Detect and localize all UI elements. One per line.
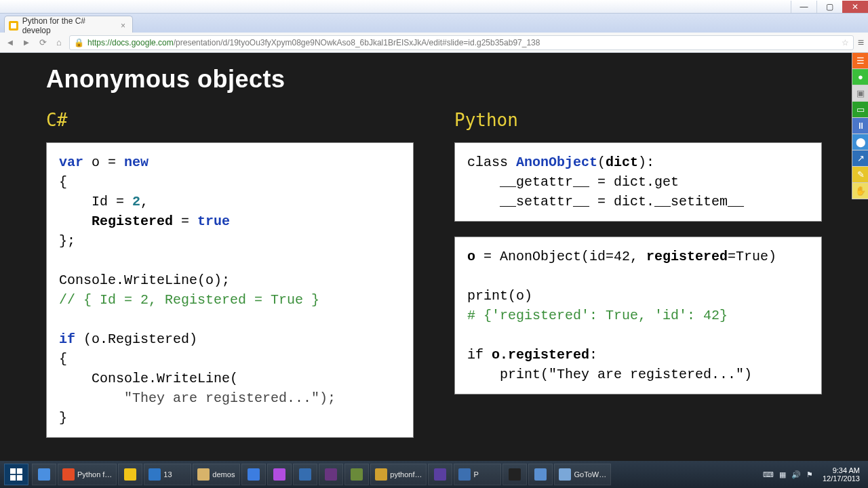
browser-toolbar: ◄ ► ⟳ ⌂ 🔒 https://docs.google.com/presen… <box>0 33 868 53</box>
taskbar-app-icon <box>299 468 311 481</box>
code-token: , <box>140 194 149 209</box>
code-token: AnonObject <box>516 155 597 170</box>
bookmark-star-icon[interactable]: ☆ <box>842 38 849 47</box>
csharp-heading: C# <box>46 110 414 130</box>
windows-logo-icon <box>10 468 22 481</box>
start-button[interactable] <box>4 464 28 485</box>
code-line: "They are registered..."); <box>59 390 336 406</box>
taskbar-app-icon <box>197 468 210 481</box>
taskbar-app-button[interactable] <box>528 464 553 485</box>
code-token: (o.Registered) <box>75 331 197 347</box>
chrome-menu-icon[interactable]: ≡ <box>858 37 864 49</box>
code-line: Console.WriteLine( <box>59 371 238 386</box>
code-token: if <box>59 331 75 347</box>
page-viewport: Anonymous objects C# var o = new { Id = … <box>0 53 868 461</box>
taskbar-app-button[interactable] <box>428 464 452 485</box>
taskbar-app-icon <box>351 468 363 481</box>
code-token: registered <box>646 249 728 264</box>
windows-taskbar: Python f…13demospythonf…PGoToW… ⌨ ▦ 🔊 ⚑ … <box>0 461 868 488</box>
taskbar-app-button[interactable]: pythonf… <box>370 464 427 485</box>
taskbar-app-button[interactable] <box>293 464 317 485</box>
lock-icon: 🔒 <box>74 38 84 47</box>
python-heading: Python <box>454 110 822 130</box>
toolbar-pause-icon[interactable]: ⏸ <box>852 118 868 134</box>
code-token: = <box>173 214 197 229</box>
toolbar-webcam-icon[interactable]: ⬤ <box>852 134 868 150</box>
taskbar-app-icon <box>434 468 446 481</box>
code-token: ): <box>638 155 654 170</box>
code-token: =True) <box>728 249 776 264</box>
taskbar-app-button[interactable]: Python f… <box>58 464 117 485</box>
nav-reload-icon[interactable]: ⟳ <box>37 37 49 47</box>
taskbar-app-button[interactable]: demos <box>193 464 240 485</box>
window-close-button[interactable]: ✕ <box>842 1 868 13</box>
code-line: { <box>59 351 67 367</box>
taskbar-app-button[interactable]: P <box>454 464 501 485</box>
taskbar-app-icon <box>375 468 387 481</box>
browser-tab[interactable]: Python for the C# develop × <box>4 16 133 33</box>
window-minimize-button[interactable]: — <box>791 1 816 13</box>
toolbar-mic-icon[interactable]: ● <box>852 69 868 85</box>
toolbar-pointer-icon[interactable]: ↗ <box>852 150 868 167</box>
taskbar-app-button[interactable] <box>502 464 527 485</box>
nav-forward-icon[interactable]: ► <box>20 37 33 47</box>
code-token: new <box>124 155 149 170</box>
svg-rect-0 <box>10 468 16 474</box>
taskbar-app-label: P <box>473 470 478 479</box>
tab-title: Python for the C# develop <box>22 16 114 35</box>
toolbar-collapse-icon[interactable]: ☰ <box>852 53 868 69</box>
code-token: if <box>467 347 492 363</box>
tray-volume-icon[interactable]: 🔊 <box>791 470 801 479</box>
code-token: Registered <box>59 214 173 229</box>
taskbar-app-icon <box>534 468 547 481</box>
tab-close-icon[interactable]: × <box>121 21 125 30</box>
taskbar-app-icon <box>38 468 50 481</box>
taskbar-app-button[interactable] <box>344 464 369 485</box>
taskbar-app-icon <box>458 468 471 481</box>
nav-back-icon[interactable]: ◄ <box>4 37 16 47</box>
taskbar-app-icon <box>248 468 260 481</box>
tray-network-icon[interactable]: ▦ <box>779 470 786 479</box>
browser-tabstrip: Python for the C# develop × <box>0 14 868 33</box>
taskbar-app-button[interactable] <box>267 464 292 485</box>
svg-rect-1 <box>17 468 22 474</box>
nav-home-icon[interactable]: ⌂ <box>53 37 65 47</box>
code-line: print("They are registered...") <box>467 367 752 382</box>
code-token: o = <box>83 155 124 170</box>
code-token: var <box>59 155 83 170</box>
taskbar-app-button[interactable]: 13 <box>144 464 191 485</box>
svg-rect-3 <box>17 475 22 481</box>
taskbar-clock[interactable]: 9:34 AM 12/17/2013 <box>818 466 864 483</box>
taskbar-app-button[interactable] <box>319 464 343 485</box>
toolbar-hand-icon[interactable]: ✋ <box>852 183 868 199</box>
url-path: /presentation/d/19tyoOu3fyXpym08ge9NOwkA… <box>174 38 540 47</box>
tray-keyboard-icon[interactable]: ⌨ <box>763 470 774 479</box>
code-line: Console.WriteLine(o); <box>59 272 230 288</box>
slides-favicon-icon <box>9 21 18 30</box>
taskbar-app-button[interactable] <box>241 464 266 485</box>
code-line: __setattr__ = dict.__setitem__ <box>467 194 744 209</box>
tray-flag-icon[interactable]: ⚑ <box>806 470 813 479</box>
python-codebox-2: o = AnonObject(id=42, registered=True) p… <box>454 237 822 394</box>
window-titlebar: — ▢ ✕ <box>0 0 868 14</box>
toolbar-draw-icon[interactable]: ✎ <box>852 167 868 183</box>
code-token: 2 <box>132 194 140 209</box>
toolbar-share-icon[interactable]: ▭ <box>852 102 868 118</box>
code-line: __getattr__ = dict.get <box>467 174 679 190</box>
gotowebinar-toolbar: ☰ ● ▣ ▭ ⏸ ⬤ ↗ ✎ ✋ <box>852 53 868 199</box>
taskbar-app-button[interactable] <box>118 464 142 485</box>
window-maximize-button[interactable]: ▢ <box>816 1 842 13</box>
code-token: o.registered <box>492 347 589 363</box>
taskbar-app-label: GoToW… <box>574 470 606 479</box>
code-token: : <box>589 347 597 363</box>
taskbar-app-icon <box>509 468 521 481</box>
taskbar-app-button[interactable]: GoToW… <box>554 464 611 485</box>
python-codebox-1: class AnonObject(dict): __getattr__ = di… <box>454 142 822 222</box>
code-token: o <box>467 249 475 264</box>
taskbar-app-button[interactable] <box>32 464 56 485</box>
taskbar-app-label: Python f… <box>77 470 112 479</box>
toolbar-screen-icon[interactable]: ▣ <box>852 85 868 102</box>
python-column: Python class AnonObject(dict): __getattr… <box>454 110 822 453</box>
address-bar[interactable]: 🔒 https://docs.google.com/presentation/d… <box>69 35 854 50</box>
system-tray[interactable]: ⌨ ▦ 🔊 ⚑ <box>757 470 818 479</box>
